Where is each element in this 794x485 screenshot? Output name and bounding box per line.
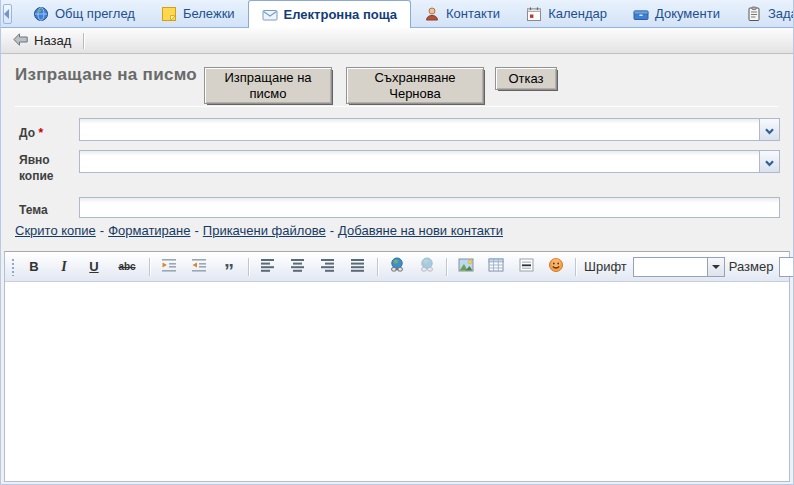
compose-links: Скрито копие-Форматиране-Прикачени файло… (15, 223, 503, 238)
link-icon (389, 257, 405, 277)
to-label: До * (19, 125, 43, 141)
tab-overview[interactable]: Общ преглед (20, 0, 148, 27)
italic-icon: I (61, 259, 66, 275)
chevron-down-icon (765, 121, 774, 139)
italic-button[interactable]: I (52, 256, 76, 278)
add-contacts-link[interactable]: Добавяне на нови контакти (338, 223, 503, 238)
back-arrow-icon (13, 33, 28, 49)
insert-image-button[interactable] (454, 256, 478, 278)
rich-text-editor: B I U abc ” (4, 251, 790, 482)
link-separator: - (190, 223, 202, 238)
horizontal-rule-button[interactable] (514, 256, 538, 278)
insert-table-button[interactable] (484, 256, 508, 278)
size-input[interactable] (779, 257, 794, 277)
tab-documents[interactable]: Документи (620, 0, 733, 27)
font-combobox (633, 257, 725, 277)
editor-body (5, 282, 789, 481)
strikethrough-button[interactable]: abc (112, 256, 142, 278)
unlink-icon (419, 257, 435, 277)
indent-button[interactable] (187, 256, 211, 278)
message-body-input[interactable] (5, 282, 789, 481)
page-title: Изпращане на писмо (15, 64, 205, 85)
underline-button[interactable]: U (82, 256, 106, 278)
back-button[interactable]: Назад (9, 31, 75, 51)
tab-label: Документи (655, 6, 720, 21)
font-dropdown-button[interactable] (707, 257, 725, 277)
documents-icon (633, 6, 649, 22)
blockquote-icon: ” (224, 258, 234, 276)
cc-dropdown-trigger[interactable] (759, 151, 779, 172)
main-tabbar: Общ преглед Бележки Електронна поща Конт… (0, 0, 794, 28)
underline-icon: U (89, 259, 98, 274)
justify-button[interactable] (346, 256, 370, 278)
tab-label: Бележки (183, 6, 235, 21)
toolbar-separator (83, 33, 84, 49)
link-separator: - (326, 223, 338, 238)
mail-app-window: Общ преглед Бележки Електронна поща Конт… (0, 0, 794, 485)
scroll-left-icon (4, 9, 9, 19)
save-draft-button[interactable]: Съхраняване Чернова (346, 67, 484, 104)
blockquote-button[interactable]: ” (217, 256, 241, 278)
tab-contacts[interactable]: Контакти (411, 0, 513, 27)
insert-link-button[interactable] (385, 256, 409, 278)
indent-icon (191, 258, 207, 276)
outdent-button[interactable] (157, 256, 181, 278)
link-separator: - (96, 223, 108, 238)
globe-icon (33, 6, 49, 22)
tab-calendar[interactable]: Календар (513, 0, 620, 27)
strikethrough-icon: abc (118, 261, 135, 272)
note-icon (161, 6, 177, 22)
bcc-link[interactable]: Скрито копие (15, 223, 96, 238)
back-toolbar: Назад (1, 28, 793, 54)
send-button[interactable]: Изпращане на писмо (204, 67, 332, 104)
cc-combobox (79, 150, 780, 173)
cancel-button[interactable]: Отказ (495, 67, 557, 90)
attachments-link[interactable]: Прикачени файлове (203, 223, 326, 238)
tab-label: Задачи (768, 6, 794, 21)
bold-icon: B (29, 259, 38, 274)
align-right-icon (321, 258, 335, 276)
tab-notes[interactable]: Бележки (148, 0, 248, 27)
justify-icon (351, 258, 365, 276)
chevron-down-icon (765, 153, 774, 171)
horizontal-rule-icon (519, 258, 534, 276)
cc-label: Явно копие (19, 152, 65, 184)
image-icon (458, 258, 474, 276)
toolbar-separator (377, 258, 378, 276)
tab-email[interactable]: Електронна поща (248, 0, 411, 28)
outdent-icon (161, 258, 177, 276)
align-right-button[interactable] (316, 256, 340, 278)
subject-input[interactable] (79, 197, 780, 218)
tabs: Общ преглед Бележки Електронна поща Конт… (20, 0, 794, 27)
font-input[interactable] (633, 257, 707, 277)
tab-label: Електронна поща (284, 7, 397, 22)
toolbar-drag-handle-icon[interactable] (11, 258, 15, 276)
align-left-icon (261, 258, 275, 276)
toolbar-separator (575, 258, 576, 276)
to-combobox (79, 118, 780, 141)
align-left-button[interactable] (256, 256, 280, 278)
align-center-button[interactable] (286, 256, 310, 278)
cc-input[interactable] (80, 151, 759, 172)
to-input[interactable] (80, 119, 759, 140)
tab-scroll-left-button[interactable] (3, 4, 12, 24)
size-combobox (779, 257, 794, 277)
back-label: Назад (34, 33, 71, 48)
tab-label: Календар (548, 6, 607, 21)
formatting-link[interactable]: Форматиране (108, 223, 190, 238)
to-dropdown-trigger[interactable] (759, 119, 779, 140)
emoticon-button[interactable] (544, 256, 568, 278)
mail-icon (262, 7, 278, 23)
calendar-icon (526, 6, 542, 22)
caret-down-icon (712, 265, 720, 273)
contact-icon (424, 6, 440, 22)
bold-button[interactable]: B (22, 256, 46, 278)
title-divider (15, 106, 779, 107)
tab-tasks[interactable]: Задачи (733, 0, 794, 27)
editor-toolbar: B I U abc ” (5, 252, 789, 282)
table-icon (488, 258, 504, 276)
remove-link-button[interactable] (415, 256, 439, 278)
subject-label: Тема (19, 202, 48, 218)
required-marker: * (38, 126, 43, 140)
toolbar-separator (446, 258, 447, 276)
